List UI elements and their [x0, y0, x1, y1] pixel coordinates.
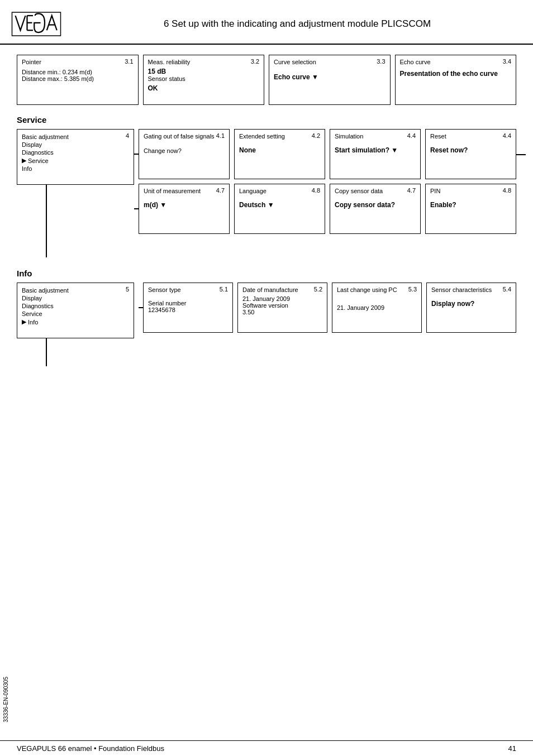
card-value-4-8a: Deutsch ▼ [239, 201, 320, 209]
service-row-2: 4.7 Unit of measurement m(d) ▼ 4.8 Langu… [139, 184, 516, 234]
card-4-8a: 4.8 Language Deutsch ▼ [234, 184, 325, 234]
card-value-4-2: None [239, 146, 320, 154]
card-title-4-4a: Simulation [335, 133, 416, 140]
vega-logo [11, 10, 61, 38]
info-heading: Info [17, 269, 516, 278]
card-title-3-3: Curve selection [274, 59, 386, 65]
card-line-5-2-1: Software version [242, 302, 322, 309]
card-title-4-4b: Reset [430, 133, 511, 140]
card-4-7b: 4.7 Copy sensor data Copy sensor data? [330, 184, 421, 234]
card-body-3-1: Distance min.: 0.234 m(d) Distance max.:… [22, 69, 134, 82]
card-4-4a: 4.4 Simulation Start simulation? ▼ [330, 129, 421, 179]
card-value-4-8b: Enable? [430, 201, 511, 209]
card-title-4-2: Extended setting [239, 133, 320, 140]
side-text: 33336-EN-090305 [3, 677, 9, 722]
card-value-3-3: Echo curve ▼ [274, 73, 386, 81]
footer-right: 41 [508, 744, 516, 753]
card-line-5-2-0: 21. January 2009 [242, 295, 322, 302]
card-num-5-4: 5.4 [503, 286, 511, 293]
card-num-4-7b: 4.7 [407, 187, 416, 194]
card-line-5-3-0: 21. January 2009 [337, 304, 417, 311]
main-content: 3.1 Pointer Distance min.: 0.234 m(d) Di… [0, 55, 533, 366]
card-title-4-1: Gating out of false signals [144, 133, 225, 140]
card-3-3: 3.3 Curve selection Echo curve ▼ [269, 55, 391, 105]
info-row-1: 5.1 Sensor type Serial number 12345678 5… [143, 283, 516, 333]
menu-item-basic-adj-info: Basic adjustment [22, 286, 129, 294]
service-heading: Service [17, 115, 516, 125]
card-line-5-1-0: Serial number [148, 300, 228, 307]
card-num-4-8a: 4.8 [312, 187, 320, 194]
header: 6 Set up with the indicating and adjustm… [0, 0, 533, 45]
card-num-4-8b: 4.8 [503, 187, 511, 194]
service-menu-number: 4 [126, 132, 129, 139]
card-line-5-1-1: 12345678 [148, 307, 228, 313]
menu-item-display-svc: Display [22, 141, 129, 149]
info-menu-number: 5 [126, 286, 129, 293]
info-row1-wrapper: 5.1 Sensor type Serial number 12345678 5… [139, 283, 516, 333]
card-4-4b: 4.4 Reset Reset now? [425, 129, 516, 179]
diagnostics-card-row: 3.1 Pointer Distance min.: 0.234 m(d) Di… [17, 55, 516, 105]
menu-item-diagnostics-info: Diagnostics [22, 302, 129, 310]
card-value-4-7a: m(d) ▼ [144, 201, 225, 209]
card-line-3-1-0: Distance min.: 0.234 m(d) [22, 69, 134, 75]
service-sub-cards: 4.1 Gating out of false signals Change n… [134, 129, 516, 257]
card-title-4-8b: PIN [430, 188, 511, 194]
service-h-tick-1 [134, 154, 139, 155]
service-vert-connector [46, 185, 47, 257]
card-4-2: 4.2 Extended setting None [234, 129, 325, 179]
card-title-5-1: Sensor type [148, 286, 228, 293]
footer: VEGAPULS 66 enamel • Foundation Fieldbus… [0, 740, 533, 756]
card-4-7a: 4.7 Unit of measurement m(d) ▼ [139, 184, 230, 234]
card-value-4-7b: Copy sensor data? [335, 201, 416, 209]
card-number-3-4: 3.4 [503, 58, 511, 65]
menu-item-info-info: ▶ Info [22, 318, 129, 326]
card-line-4-1-0: Change now? [144, 147, 225, 154]
menu-item-service-label: Service [28, 157, 49, 164]
menu-item-service-svc: ▶ Service [22, 156, 129, 165]
card-value-4-4a: Start simulation? ▼ [335, 146, 416, 154]
card-5-1: 5.1 Sensor type Serial number 12345678 [143, 283, 233, 333]
card-5-4: 5.4 Sensor characteristics Display now? [426, 283, 516, 333]
card-title-3-4: Echo curve [400, 59, 512, 65]
card-4-1: 4.1 Gating out of false signals Change n… [139, 129, 230, 179]
service-row2-wrapper: 4.7 Unit of measurement m(d) ▼ 4.8 Langu… [134, 184, 516, 234]
card-num-4-4a: 4.4 [407, 132, 416, 139]
card-3-2: 3.2 Meas. reliability 15 dB Sensor statu… [143, 55, 265, 105]
card-value2-3-2: OK [148, 84, 260, 92]
card-number-3-3: 3.3 [377, 58, 385, 65]
service-section: 4 Basic adjustment Display Diagnostics ▶… [17, 129, 516, 257]
menu-item-display-info: Display [22, 294, 129, 302]
card-num-5-2: 5.2 [314, 286, 322, 293]
service-row1-wrapper: 4.1 Gating out of false signals Change n… [134, 129, 516, 179]
card-title-3-2: Meas. reliability [148, 59, 260, 65]
card-4-8b: 4.8 PIN Enable? [425, 184, 516, 234]
card-value-4-4b: Reset now? [430, 146, 511, 154]
card-value-5-4: Display now? [431, 300, 511, 308]
menu-item-info-label: Info [28, 319, 38, 326]
card-num-4-2: 4.2 [312, 132, 320, 139]
service-row-1: 4.1 Gating out of false signals Change n… [139, 129, 516, 179]
card-num-4-1: 4.1 [216, 132, 225, 139]
card-title-4-7b: Copy sensor data [335, 188, 416, 194]
card-3-4: 3.4 Echo curve Presentation of the echo … [395, 55, 517, 105]
info-h-tick-1 [139, 307, 143, 308]
card-title-3-1: Pointer [22, 59, 134, 65]
card-5-3: 5.3 Last change using PC 21. January 200… [332, 283, 422, 333]
header-title: 6 Set up with the indicating and adjustm… [78, 18, 516, 30]
card-3-1: 3.1 Pointer Distance min.: 0.234 m(d) Di… [17, 55, 139, 105]
card-num-5-3: 5.3 [408, 286, 417, 293]
service-active-arrow: ▶ [22, 157, 26, 164]
card-line-5-2-2: 3.50 [242, 309, 322, 315]
menu-item-basic-adj-svc: Basic adjustment [22, 133, 129, 141]
card-title-4-7a: Unit of measurement [144, 188, 225, 194]
info-vert-connector [46, 338, 47, 366]
card-number-3-1: 3.1 [125, 58, 133, 65]
card-5-2: 5.2 Date of manufacture 21. January 2009… [237, 283, 327, 333]
info-section: 5 Basic adjustment Display Diagnostics S… [17, 283, 516, 366]
info-sub-cards: 5.1 Sensor type Serial number 12345678 5… [139, 283, 516, 366]
card-num-5-1: 5.1 [220, 286, 228, 293]
card-value-3-2: 15 dB [148, 68, 260, 75]
info-menu-card: 5 Basic adjustment Display Diagnostics S… [17, 283, 134, 338]
info-active-arrow: ▶ [22, 318, 26, 326]
card-title-5-2: Date of manufacture [242, 286, 322, 293]
